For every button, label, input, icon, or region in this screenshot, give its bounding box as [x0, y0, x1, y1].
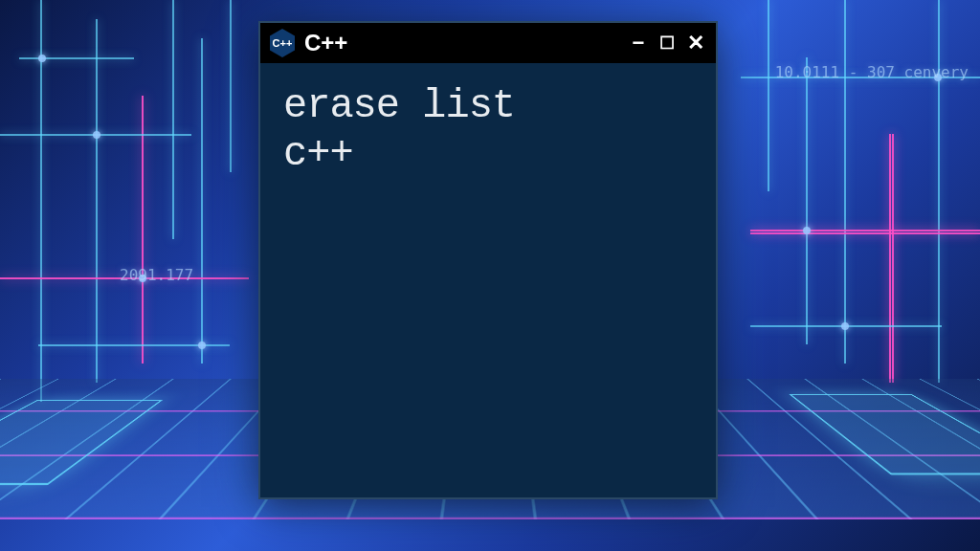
- terminal-line-1: erase list: [283, 82, 693, 130]
- cpp-icon: C++: [268, 29, 297, 57]
- titlebar[interactable]: C++ C++ − ☐ ✕: [260, 23, 716, 63]
- terminal-body[interactable]: erase list c++: [260, 63, 716, 198]
- maximize-button[interactable]: ☐: [655, 31, 679, 55]
- close-button[interactable]: ✕: [683, 31, 708, 55]
- bg-text-left: 2091.177: [120, 266, 193, 284]
- terminal-window: C++ C++ − ☐ ✕ erase list c++: [258, 21, 718, 499]
- window-controls: − ☐ ✕: [626, 31, 708, 55]
- app-title: C++: [304, 30, 618, 56]
- minimize-button[interactable]: −: [626, 31, 651, 55]
- bg-text-right: 10.0111 - 307 cenvery: [775, 63, 969, 81]
- terminal-line-2: c++: [283, 130, 693, 178]
